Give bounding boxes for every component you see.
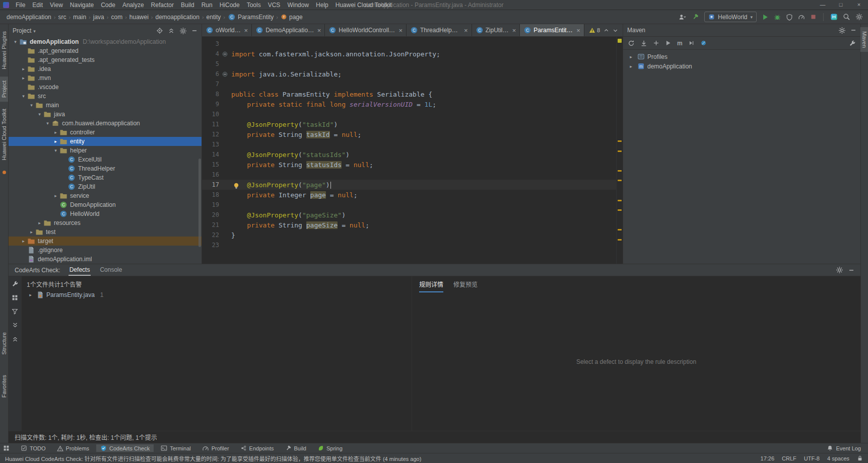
hide-project-button[interactable] [191,28,197,34]
prev-problem-icon[interactable] [604,28,609,33]
run-with-coverage-button[interactable] [786,14,793,21]
breadcrumb-main[interactable]: main [72,14,88,21]
line-number[interactable]: 17 [202,181,219,188]
breadcrumb-demoapplication[interactable]: demoApplication [5,14,53,21]
status-encoding[interactable]: UTF-8 [804,455,820,461]
minimize-button[interactable]: — [814,0,832,10]
breadcrumb-src[interactable]: src [56,14,68,21]
toolwindow-terminal[interactable]: Terminal [157,444,195,452]
codearts-expand-all-button[interactable] [12,322,19,329]
maven-maven-m-button[interactable]: m [677,40,683,47]
line-number[interactable]: 8 [202,91,219,98]
maven-refresh-button[interactable] [628,40,635,47]
breadcrumb-java[interactable]: java [92,14,106,21]
codearts-options-button[interactable] [836,266,843,274]
fold-marker-icon[interactable] [219,71,230,77]
menu-hicode[interactable]: HiCode [216,1,243,9]
project-item-gitignore[interactable]: .gitignore [9,246,202,255]
editor-tab-oworld-java[interactable]: CoWorld.java× [202,24,252,36]
menu-run[interactable]: Run [198,1,216,9]
line-number[interactable]: 18 [202,191,219,198]
toolwindow-build[interactable]: Build [281,444,310,452]
close-button[interactable]: × [850,0,868,10]
defect-file-row[interactable]: ▸ParamsEntity.java1 [22,289,412,300]
codearts-wrench-button[interactable] [12,280,19,287]
menu-edit[interactable]: Edit [29,1,46,9]
hide-codearts-button[interactable] [848,267,854,273]
toolwindow-codearts-check[interactable]: CodeArts Check [96,444,154,452]
debug-button[interactable] [774,14,781,21]
warning-stripe-mark[interactable] [618,170,622,172]
line-number[interactable]: 19 [202,201,219,208]
line-number[interactable]: 23 [202,242,219,249]
status-indent[interactable]: 4 spaces [827,455,849,461]
maven-item-demoapplication[interactable]: ▸mdemoApplication [623,61,860,71]
fold-marker-icon[interactable] [219,51,230,57]
project-item-demoapplication-iml[interactable]: demoApplication.iml [9,255,202,264]
maven-offline-button[interactable] [700,40,707,46]
line-number[interactable]: 13 [202,141,219,148]
project-item-vscode[interactable]: .vscode [9,83,202,92]
maven-run-gray-button[interactable] [665,40,672,46]
warning-stripe-mark[interactable] [618,239,622,241]
project-item-ziputil[interactable]: CZipUtil [9,182,202,191]
lock-icon[interactable] [857,455,863,461]
menu-help[interactable]: Help [312,1,332,9]
codearts-grid-button[interactable] [12,294,18,301]
user-menu-button[interactable] [678,14,687,21]
line-number[interactable]: 4 [202,50,219,57]
warning-stripe-mark[interactable] [618,140,622,142]
project-item-java[interactable]: ▾java [9,110,202,119]
warning-stripe-mark[interactable] [618,229,622,230]
maven-skip-button[interactable] [688,40,695,46]
codearts-collapse-all-button[interactable] [12,336,19,343]
line-number[interactable]: 9 [202,101,219,108]
line-number[interactable]: 16 [202,171,219,178]
close-tab-icon[interactable]: × [398,27,403,34]
detail-tab-fix-preview[interactable]: 修复预览 [453,280,478,292]
breadcrumb-paramsentity[interactable]: CParamsEntity [226,13,275,21]
stripe-huawei-plugins[interactable]: Huawei Plugins [0,27,8,73]
collapse-all-button[interactable] [168,27,175,34]
breadcrumb-entity[interactable]: entity [205,14,223,21]
line-number[interactable]: 10 [202,111,219,118]
codearts-tab-defects[interactable]: Defects [69,264,91,276]
project-item-com-huawei-demoapplication[interactable]: ▾com.huawei.demoapplication [9,119,202,128]
hide-maven-button[interactable] [850,27,856,33]
line-number[interactable]: 7 [202,81,219,88]
menu-view[interactable]: View [46,1,66,9]
menu-file[interactable]: File [12,1,29,9]
line-number[interactable]: 3 [202,40,219,47]
project-item-demoapplication[interactable]: CDemoApplication [9,200,202,209]
breadcrumb-page[interactable]: fpage [279,14,304,21]
warning-stripe-mark[interactable] [618,180,622,181]
inspection-indicator-icon[interactable] [618,39,622,43]
project-item-excelutil[interactable]: CExcelUtil [9,155,202,164]
locate-file-button[interactable] [156,27,163,34]
profiler-button[interactable] [798,14,805,21]
toolwindow-spring[interactable]: Spring [313,444,347,452]
project-options-button[interactable] [179,27,187,35]
line-number[interactable]: 20 [202,211,219,218]
editor-tab-helloworldcontroller-java[interactable]: CHelloWorldController.java× [325,24,407,36]
line-number[interactable]: 12 [202,131,219,138]
project-item-threadhelper[interactable]: CThreadHelper [9,164,202,173]
project-item-target[interactable]: ▸target [9,237,202,246]
detail-tab-rule-details[interactable]: 规则详情 [419,280,443,292]
hicode-button[interactable] [830,13,838,21]
line-number[interactable]: 5 [202,60,219,67]
project-item-demoapplication[interactable]: ▾demoApplicationD:\workspace\demoApplica… [9,37,202,46]
breadcrumb-demoapplication[interactable]: demoapplication [154,14,201,21]
toolwindow-endpoints[interactable]: Endpoints [236,444,278,452]
search-everywhere-button[interactable] [843,13,850,21]
close-tab-icon[interactable]: × [464,27,468,34]
stop-button[interactable] [810,14,817,20]
menu-huawei-cloud-toolkit[interactable]: Huawei Cloud Toolkit [332,1,395,9]
toolwindow-problems[interactable]: Problems [53,445,93,452]
menu-window[interactable]: Window [284,1,312,9]
settings-button[interactable] [855,13,863,21]
next-problem-icon[interactable] [613,28,618,33]
menu-navigate[interactable]: Navigate [66,1,97,9]
project-item-mvn[interactable]: ▸.mvn [9,73,202,83]
menu-code[interactable]: Code [97,1,119,9]
